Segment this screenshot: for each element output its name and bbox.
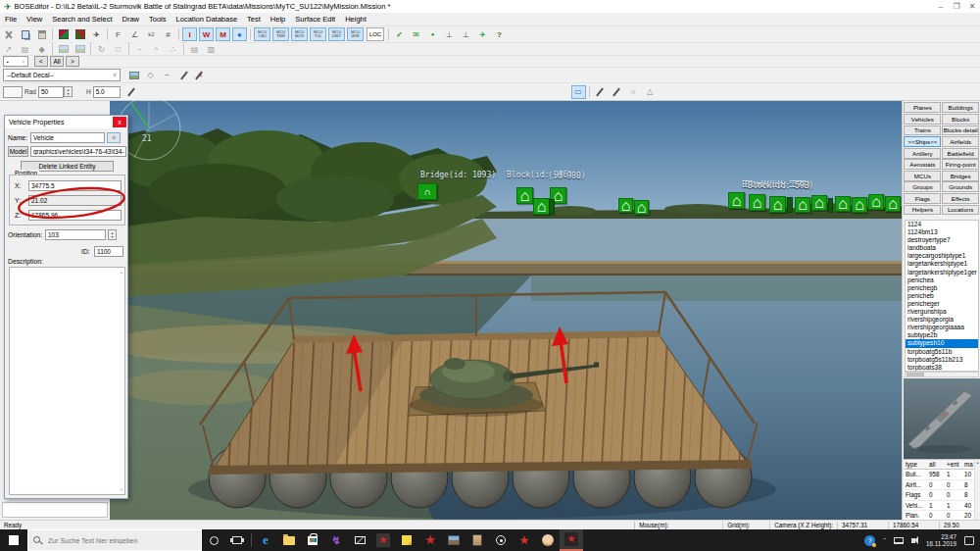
description-textarea[interactable]: ▲ ▼ (9, 267, 125, 495)
list-item[interactable]: subtype2b (906, 331, 978, 339)
runway-a-button[interactable]: ⊥ (442, 27, 457, 41)
model-button[interactable]: Model (8, 146, 28, 157)
category-battlefield[interactable]: Battlefield (942, 148, 979, 159)
list-item-selected[interactable]: subtypesh10 (906, 339, 978, 347)
search-input[interactable] (46, 536, 193, 545)
marquee-button[interactable]: □ (111, 42, 125, 56)
category-blocks-detail[interactable]: Blocks-detail (942, 125, 979, 136)
mcu-tmr-button[interactable]: MCUTMR (272, 27, 289, 41)
menu-tools[interactable]: Tools (144, 15, 172, 24)
category-bridges[interactable]: Bridges (942, 171, 979, 181)
decal-add-button[interactable]: ◇ (143, 69, 158, 82)
list-item[interactable]: largecargoshiptype1 (906, 252, 978, 260)
filter-mission-button[interactable]: M (216, 27, 230, 41)
mcu-unit-button[interactable]: MCUUNIT (328, 27, 345, 41)
menu-help[interactable]: Help (266, 15, 290, 24)
key-button[interactable]: ? (492, 27, 507, 41)
store-button[interactable] (301, 529, 324, 551)
list-item[interactable]: penicheb (906, 292, 978, 300)
rad-spinner[interactable]: ▲▼ (64, 86, 73, 97)
action-center-button[interactable] (964, 536, 974, 545)
dialog-title-bar[interactable]: Vehicle Properties x (5, 116, 127, 128)
category-groups[interactable]: Groups (904, 181, 941, 192)
list-item[interactable]: 1124 (906, 221, 978, 228)
block-map-icon[interactable]: ⌂ (533, 198, 550, 215)
mcu-mov-button[interactable]: MCUMOV (291, 27, 308, 41)
filter-prev-button[interactable]: < (34, 56, 48, 67)
block-map-icon[interactable]: ⌂ (769, 196, 786, 213)
texture-map2-button[interactable] (73, 27, 87, 41)
category-artillery[interactable]: Artillery (904, 148, 941, 159)
category-firing-point[interactable]: Firing-point (942, 159, 979, 170)
viewport-3d[interactable]: 21 Bridge(id: 1093) Block(id: 986) (id 9… (110, 101, 902, 520)
recorder-app-button[interactable] (489, 529, 513, 551)
table-row[interactable]: Vehi...1 140 (904, 501, 980, 511)
edge-button[interactable]: e (254, 529, 277, 551)
block-map-icon[interactable]: ⌂ (618, 198, 633, 213)
sheet-b-button[interactable]: ▥ (204, 42, 219, 56)
menu-view[interactable]: View (22, 15, 47, 24)
list-item[interactable]: destroyertype7 (906, 236, 978, 244)
font-button[interactable]: F (111, 27, 125, 41)
category-flags[interactable]: Flags (904, 193, 941, 204)
green-plane-button[interactable]: ✈ (475, 27, 490, 41)
filter-translator-button[interactable]: I (182, 27, 197, 41)
brush-plain-button[interactable] (610, 85, 624, 99)
list-item[interactable]: largetankershiptype1ger (906, 269, 978, 276)
menu-search-and-select[interactable]: Search and Select (47, 15, 117, 24)
wand-button[interactable]: ↗ (1, 42, 16, 56)
dialog-close-button[interactable]: x (113, 117, 126, 127)
plane-down-button[interactable]: ✈ (89, 27, 104, 41)
sticky-notes-button[interactable] (395, 529, 418, 551)
network-tray-button[interactable] (894, 537, 904, 544)
decal-image-button[interactable] (126, 69, 141, 82)
file-explorer-button[interactable] (277, 529, 301, 551)
menu-location-database[interactable]: Location Database (172, 15, 243, 24)
name-input[interactable] (30, 132, 105, 143)
red-star-app-button[interactable]: ★ (418, 529, 442, 551)
category-buildings[interactable]: Buildings (942, 102, 979, 113)
scroll-up-icon[interactable]: ▲ (120, 270, 123, 275)
list-item[interactable]: rivershipgeorgia (906, 316, 978, 324)
minimize-button[interactable]: – (933, 0, 949, 13)
mcu-tol-button[interactable]: MCUTOL (310, 27, 326, 41)
left-bottom-field[interactable] (2, 502, 108, 518)
brush-pen-button[interactable] (124, 85, 139, 99)
runway-b-button[interactable]: ⊥ (459, 27, 473, 41)
window-mode-button[interactable]: ▭ (571, 85, 586, 99)
block-map-icon[interactable]: ⌂ (852, 197, 867, 213)
loc-button[interactable]: LOC (367, 27, 384, 41)
block-map-icon[interactable]: ⌂ (795, 197, 810, 213)
account-app-button[interactable] (536, 529, 560, 551)
category-locations[interactable]: Locations (942, 205, 979, 216)
menu-height[interactable]: Height (340, 15, 371, 24)
block-map-icon[interactable]: ⌂ (885, 196, 901, 212)
taskbar-search[interactable] (27, 529, 202, 551)
rad-field[interactable]: 50 (38, 86, 64, 98)
filter-next-button[interactable]: > (66, 56, 79, 67)
bos-editor-taskbar-button[interactable]: ★ (560, 529, 583, 551)
nodes-button[interactable]: ∴ (166, 42, 180, 56)
category-effects[interactable]: Effects (942, 193, 979, 204)
orientation-input[interactable] (45, 229, 106, 240)
brush-blank-field[interactable] (3, 86, 23, 98)
category-aerostats[interactable]: Aerostats (904, 159, 941, 170)
path-b-button[interactable]: ^ (149, 42, 164, 56)
list-item[interactable]: penicheger (906, 300, 978, 308)
table-row[interactable]: Airfi...0 08 (904, 480, 980, 490)
list-horizontal-scrollbar[interactable] (905, 372, 979, 377)
x-input[interactable] (28, 180, 122, 191)
category-airfields[interactable]: Airfields (942, 136, 979, 147)
block-map-icon[interactable]: ⌂ (634, 200, 649, 215)
orientation-spinner[interactable]: ▲▼ (108, 229, 117, 240)
volume-tray-button[interactable] (911, 538, 918, 543)
message-button[interactable]: ✉ (409, 27, 423, 41)
filter-all-button[interactable]: All (50, 56, 64, 67)
menu-file[interactable]: File (0, 15, 22, 24)
image-a-button[interactable] (56, 42, 71, 56)
category-grounds[interactable]: Grounds (942, 181, 979, 192)
list-item[interactable]: 1124bm13 (906, 228, 978, 236)
category-vehicles[interactable]: Vehicles (904, 114, 941, 125)
restore-button[interactable]: ❐ (949, 0, 964, 13)
cut-button[interactable] (1, 27, 16, 41)
